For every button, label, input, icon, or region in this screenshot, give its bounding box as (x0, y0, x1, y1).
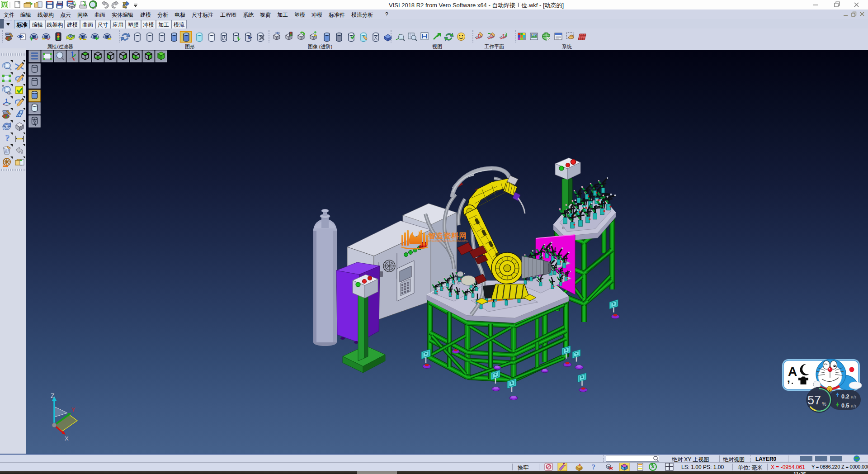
svg-text:Y: Y (71, 406, 75, 413)
svg-text:%: % (822, 401, 826, 407)
svg-text:57: 57 (807, 393, 821, 407)
svg-text:?: ? (592, 463, 595, 471)
svg-text:INTELLIGENT MANUFACTURING DATA: INTELLIGENT MANUFACTURING DATA (428, 240, 468, 242)
svg-text:智造资料网: 智造资料网 (428, 232, 467, 240)
svg-text:K/s: K/s (851, 404, 856, 408)
svg-text:0.2: 0.2 (841, 393, 849, 400)
svg-text:X: X (65, 435, 69, 442)
svg-text:?: ? (5, 133, 9, 142)
svg-text:V: V (3, 1, 7, 8)
svg-text:Z: Z (51, 392, 55, 399)
svg-text:,: , (787, 372, 790, 384)
svg-text:K/s: K/s (851, 395, 856, 399)
svg-text:0.5: 0.5 (841, 403, 849, 409)
